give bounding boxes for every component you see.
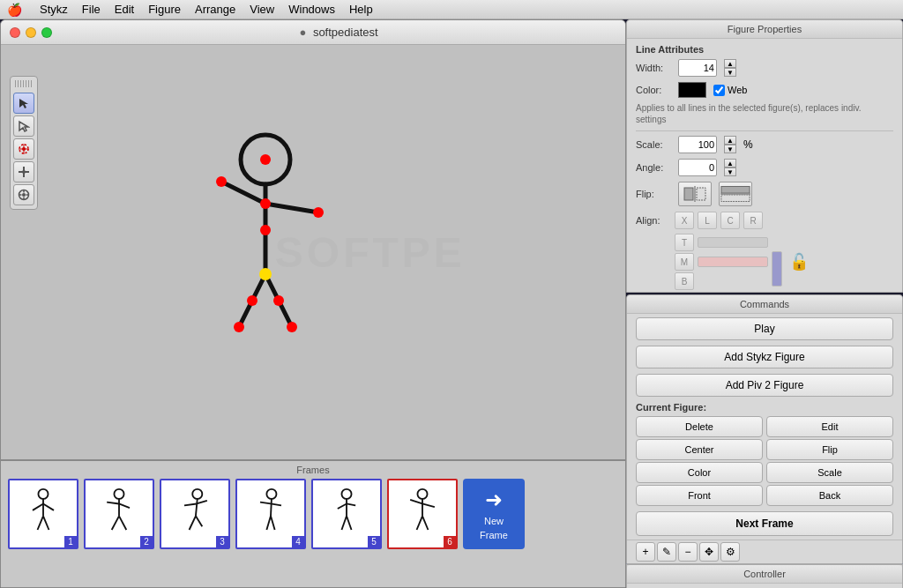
svg-line-61 (347, 516, 352, 530)
svg-point-22 (260, 154, 271, 165)
flip-row: Flip: (627, 179, 902, 209)
color-button[interactable]: Color (636, 462, 763, 483)
align-r[interactable]: R (743, 212, 763, 229)
svg-line-58 (338, 503, 347, 509)
flip-vertical[interactable] (719, 182, 752, 206)
svg-line-67 (422, 516, 428, 530)
play-button[interactable]: Play (636, 317, 893, 340)
scale-input[interactable] (678, 136, 717, 153)
menu-view[interactable]: View (250, 3, 274, 16)
toolbar (10, 76, 38, 210)
svg-line-54 (266, 516, 271, 530)
right-panels: Figure Properties Line Attributes Width:… (626, 19, 903, 588)
canvas-area[interactable]: SOFTPE (1, 45, 625, 459)
color-swatch[interactable] (678, 82, 706, 98)
svg-line-37 (43, 516, 49, 530)
controller-title: Controller (627, 565, 902, 584)
color-scale-row: Color Scale (636, 462, 893, 483)
center-button[interactable]: Center (636, 439, 763, 460)
frame-4-number: 4 (292, 536, 304, 547)
angle-down[interactable]: ▼ (724, 167, 736, 176)
align-b[interactable]: B (675, 272, 694, 290)
menu-windows[interactable]: Windows (288, 3, 335, 16)
width-input[interactable] (678, 59, 717, 77)
svg-point-10 (22, 193, 26, 197)
maximize-button[interactable] (41, 27, 52, 38)
svg-line-18 (265, 204, 318, 212)
close-button[interactable] (10, 27, 20, 38)
cmd-edit-icon[interactable]: ✎ (657, 542, 676, 562)
width-up[interactable]: ▲ (724, 59, 736, 68)
svg-line-59 (347, 503, 355, 505)
traffic-lights (10, 27, 52, 38)
tool-figure[interactable] (13, 184, 34, 205)
menu-file[interactable]: File (82, 3, 101, 16)
center-flip-row: Center Flip (636, 439, 893, 460)
commands-toolbar: + ✎ − ✥ ⚙ (627, 540, 902, 563)
color-label: Color: (636, 85, 671, 95)
next-frame-button[interactable]: Next Frame (636, 511, 893, 536)
lock-icon[interactable]: 🔓 (789, 252, 809, 272)
svg-marker-0 (19, 99, 28, 108)
web-checkbox[interactable]: Web (713, 85, 747, 96)
scale-up[interactable]: ▲ (724, 136, 736, 145)
align-t[interactable]: T (675, 234, 694, 251)
cmd-move-icon[interactable]: ✥ (699, 542, 719, 562)
cmd-remove-icon[interactable]: − (678, 542, 698, 562)
menu-stykz[interactable]: Stykz (40, 3, 68, 16)
controller-panel: Controller ⏮ ▶ ↻ ▲ ▼ Rewind Play Loop Sp… (626, 564, 903, 588)
align-x[interactable]: X (675, 212, 694, 229)
frame-3-number: 3 (216, 536, 228, 547)
menu-help[interactable]: Help (349, 3, 373, 16)
svg-line-55 (271, 516, 275, 530)
new-frame-button[interactable]: ➜ New Frame (463, 479, 525, 549)
align-m[interactable]: M (675, 253, 694, 271)
add-piv2-button[interactable]: Add Piv 2 Figure (636, 374, 893, 397)
scale-down[interactable]: ▼ (724, 145, 736, 153)
svg-point-31 (273, 295, 284, 306)
delete-button[interactable]: Delete (636, 416, 763, 437)
minimize-button[interactable] (26, 27, 36, 38)
commands-panel: Commands Play Add Stykz Figure Add Piv 2… (626, 294, 903, 564)
divider-1 (636, 130, 893, 131)
frame-6[interactable]: 6 (387, 479, 458, 549)
angle-input[interactable] (678, 159, 717, 176)
svg-point-62 (417, 489, 427, 499)
menu-figure[interactable]: Figure (148, 3, 181, 16)
line-attributes-title: Line Attributes (627, 39, 902, 56)
flip-button[interactable]: Flip (766, 439, 893, 460)
svg-point-32 (38, 489, 48, 499)
width-down[interactable]: ▼ (724, 68, 736, 77)
svg-point-30 (247, 295, 257, 306)
add-stykz-button[interactable]: Add Stykz Figure (636, 346, 893, 368)
tool-bone[interactable] (13, 161, 34, 182)
back-button[interactable]: Back (766, 485, 893, 506)
align-label: Align: (636, 215, 671, 226)
frame-4[interactable]: 4 (235, 479, 306, 549)
scale-button[interactable]: Scale (766, 462, 893, 483)
svg-point-8 (22, 170, 26, 174)
cmd-add-icon[interactable]: + (636, 542, 655, 562)
tool-select2[interactable] (13, 115, 34, 137)
flip-horizontal[interactable] (678, 182, 712, 206)
tool-select[interactable] (13, 93, 34, 114)
angle-up[interactable]: ▲ (724, 159, 736, 167)
frame-5[interactable]: 5 (311, 479, 382, 549)
svg-line-47 (197, 501, 207, 504)
frame-2[interactable]: 2 (84, 479, 154, 549)
align-l[interactable]: L (698, 212, 717, 229)
menu-edit[interactable]: Edit (115, 3, 134, 16)
frame-3[interactable]: 3 (160, 479, 230, 549)
edit-button[interactable]: Edit (766, 416, 893, 437)
menu-arrange[interactable]: Arrange (195, 3, 235, 16)
front-button[interactable]: Front (636, 485, 763, 506)
svg-line-65 (422, 503, 435, 507)
svg-marker-1 (19, 122, 28, 131)
apple-menu[interactable]: 🍎 (7, 3, 22, 17)
cmd-settings-icon[interactable]: ⚙ (720, 542, 740, 562)
frames-bar: Frames 1 (1, 459, 625, 558)
frame-1[interactable]: 1 (8, 479, 78, 549)
web-check[interactable] (713, 85, 725, 96)
align-c[interactable]: C (720, 212, 740, 229)
tool-joint[interactable] (13, 138, 34, 160)
